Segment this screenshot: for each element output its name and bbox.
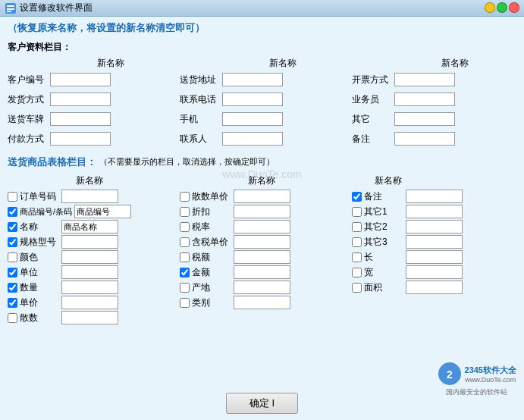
label-category: 类别 xyxy=(192,296,231,309)
input-note[interactable] xyxy=(406,190,463,203)
input-invoice-type[interactable] xyxy=(394,73,455,86)
logo-area: 2 2345软件大全 www.DuoTe.com 国内最安全的软件站 xyxy=(438,362,516,397)
cb-unit[interactable] xyxy=(8,268,17,277)
cb-category[interactable] xyxy=(180,298,190,308)
input-remarks[interactable] xyxy=(394,132,455,146)
cb-other2[interactable] xyxy=(352,222,362,232)
cb-amount[interactable] xyxy=(180,268,190,277)
cb-discount[interactable] xyxy=(180,207,190,217)
input-area[interactable] xyxy=(406,281,463,294)
input-customer-id[interactable] xyxy=(50,73,111,86)
label-invoice-type: 开票方式 xyxy=(352,74,391,86)
input-delivery-method[interactable] xyxy=(50,92,111,106)
cb-row-tax-rate: 税率 xyxy=(180,219,344,234)
svg-rect-1 xyxy=(7,5,14,7)
input-contact-person[interactable] xyxy=(222,132,283,146)
delivery-col-header-2: 新名称 xyxy=(180,174,344,187)
input-category[interactable] xyxy=(234,296,290,309)
input-discount[interactable] xyxy=(234,205,290,218)
input-unit-price[interactable] xyxy=(61,296,118,309)
svg-rect-3 xyxy=(7,11,11,12)
input-payment-method[interactable] xyxy=(50,132,111,146)
input-loose[interactable] xyxy=(61,311,118,324)
cb-color[interactable] xyxy=(8,252,17,262)
cb-tax-rate[interactable] xyxy=(180,222,190,232)
input-other[interactable] xyxy=(394,112,455,126)
input-contact-phone[interactable] xyxy=(222,92,283,106)
input-length[interactable] xyxy=(406,250,463,264)
input-salesman[interactable] xyxy=(394,92,455,106)
label-loose-price: 散数单价 xyxy=(192,190,231,203)
label-name: 名称 xyxy=(20,221,59,234)
input-loose-price[interactable] xyxy=(234,190,290,203)
input-tax-rate[interactable] xyxy=(234,220,290,234)
cb-qty[interactable] xyxy=(8,283,17,293)
cb-length[interactable] xyxy=(352,252,362,262)
customer-fields-row3: 送货车牌 手机 其它 xyxy=(8,111,516,127)
cb-row-area: 面积 xyxy=(352,280,516,295)
label-delivery-method: 发货方式 xyxy=(8,93,47,106)
cb-origin[interactable] xyxy=(180,283,190,293)
cb-product-code[interactable] xyxy=(8,207,17,217)
cb-row-length: 长 xyxy=(352,249,516,265)
footer: 确定 I xyxy=(0,393,524,414)
label-mobile: 手机 xyxy=(180,113,219,126)
cb-loose[interactable] xyxy=(8,313,17,323)
cb-order-no[interactable] xyxy=(8,192,17,202)
field-remarks: 备注 xyxy=(352,130,516,147)
input-origin[interactable] xyxy=(234,281,290,294)
field-delivery-addr: 送货地址 xyxy=(180,71,344,88)
confirm-button[interactable]: 确定 I xyxy=(226,393,298,414)
cb-spec[interactable] xyxy=(8,237,17,247)
input-other1[interactable] xyxy=(406,205,463,218)
label-qty: 数量 xyxy=(20,281,59,294)
minimize-button[interactable] xyxy=(485,2,495,13)
label-note: 备注 xyxy=(364,190,403,203)
input-truck-plate[interactable] xyxy=(50,112,111,126)
input-unit[interactable] xyxy=(61,265,118,279)
maximize-button[interactable] xyxy=(497,2,507,13)
cb-row-origin: 产地 xyxy=(180,280,344,295)
cb-unit-price[interactable] xyxy=(8,298,17,308)
input-name[interactable] xyxy=(61,220,118,234)
input-spec[interactable] xyxy=(61,235,118,249)
cb-area[interactable] xyxy=(352,283,362,293)
cb-row-category: 类别 xyxy=(180,295,344,310)
delivery-section-title: 送货商品表格栏目： xyxy=(8,155,96,169)
cb-row-other3: 其它3 xyxy=(352,234,516,249)
logo-icon: 2 xyxy=(438,362,462,386)
cb-note[interactable] xyxy=(352,192,362,202)
cb-tax-price[interactable] xyxy=(180,237,190,247)
input-delivery-addr[interactable] xyxy=(222,73,283,86)
delivery-col3: 备注 其它1 其它2 其它3 长 xyxy=(352,189,516,325)
label-other3: 其它3 xyxy=(364,236,403,249)
cb-tax-amount[interactable] xyxy=(180,252,190,262)
input-amount[interactable] xyxy=(234,265,290,279)
cb-other1[interactable] xyxy=(352,207,362,217)
input-other3[interactable] xyxy=(406,235,463,249)
customer-col-headers: 新名称 新名称 新名称 xyxy=(8,57,516,70)
input-qty[interactable] xyxy=(61,281,118,294)
main-content: （恢复原来名称，将设置的新名称清空即可） 客户资料栏目： 新名称 新名称 新名称… xyxy=(0,17,524,420)
label-other1: 其它1 xyxy=(364,205,403,218)
input-mobile[interactable] xyxy=(222,112,283,126)
cb-width[interactable] xyxy=(352,268,362,277)
close-button[interactable] xyxy=(509,2,519,13)
input-tax-price[interactable] xyxy=(234,235,290,249)
delivery-col-header-3: 新名称 xyxy=(352,174,516,187)
input-order-no[interactable] xyxy=(61,190,118,203)
input-width[interactable] xyxy=(406,265,463,279)
cb-name[interactable] xyxy=(8,222,17,232)
label-remarks: 备注 xyxy=(352,133,391,146)
cb-row-loose-price: 散数单价 xyxy=(180,189,344,204)
field-contact-person: 联系人 xyxy=(180,130,344,147)
input-other2[interactable] xyxy=(406,220,463,234)
cb-other3[interactable] xyxy=(352,237,362,247)
input-product-code[interactable] xyxy=(74,205,131,218)
label-contact-phone: 联系电话 xyxy=(180,93,219,106)
input-tax-amount[interactable] xyxy=(234,250,290,264)
input-color[interactable] xyxy=(61,250,118,264)
cb-loose-price[interactable] xyxy=(180,192,190,202)
cb-row-other2: 其它2 xyxy=(352,219,516,234)
label-amount: 金额 xyxy=(192,266,231,279)
